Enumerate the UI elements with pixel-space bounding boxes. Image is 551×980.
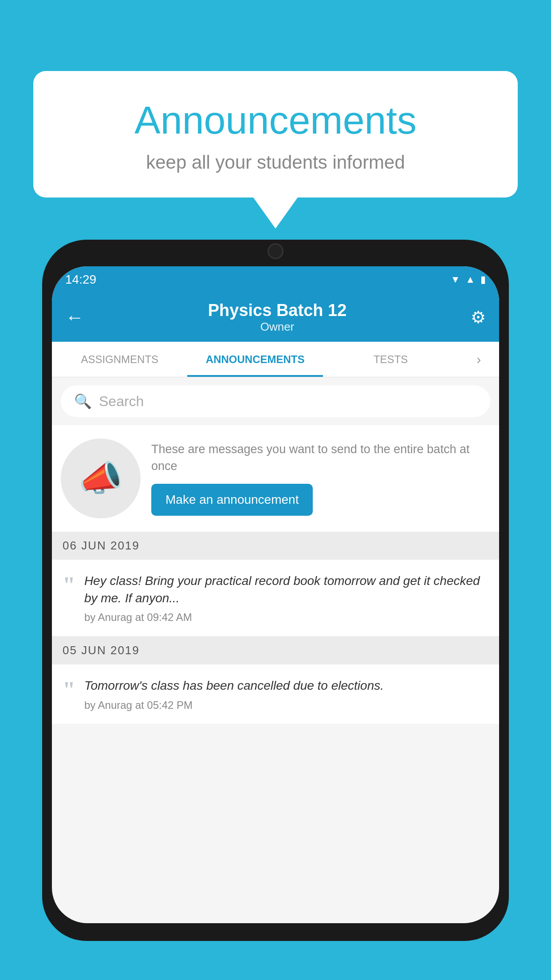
date-separator-1: 06 JUN 2019 bbox=[52, 532, 499, 560]
settings-icon[interactable]: ⚙ bbox=[471, 308, 486, 327]
search-icon: 🔍 bbox=[74, 393, 92, 410]
search-placeholder: Search bbox=[99, 393, 144, 410]
tab-assignments[interactable]: ASSIGNMENTS bbox=[52, 342, 187, 377]
megaphone-icon: 📣 bbox=[79, 458, 123, 499]
announcement-message-1: Hey class! Bring your practical record b… bbox=[84, 572, 488, 607]
speech-bubble-card: Announcements keep all your students inf… bbox=[33, 71, 518, 198]
wifi-icon: ▼ bbox=[450, 274, 460, 285]
speech-bubble-section: Announcements keep all your students inf… bbox=[33, 71, 518, 229]
tab-tests[interactable]: TESTS bbox=[323, 342, 458, 377]
phone-frame: 14:29 ▼ ▲ ▮ ← Physics Batch 12 Owner ⚙ bbox=[42, 240, 509, 941]
announcement-text-2: Tomorrow's class has been cancelled due … bbox=[84, 677, 488, 711]
announcement-meta-2: by Anurag at 05:42 PM bbox=[84, 699, 488, 711]
speech-bubble-arrow bbox=[253, 198, 298, 229]
tab-more[interactable]: › bbox=[458, 342, 499, 377]
status-bar: 14:29 ▼ ▲ ▮ bbox=[52, 266, 499, 293]
announcement-meta-1: by Anurag at 09:42 AM bbox=[84, 611, 488, 624]
phone-screen: 14:29 ▼ ▲ ▮ ← Physics Batch 12 Owner ⚙ bbox=[52, 266, 499, 923]
phone-notch bbox=[231, 240, 320, 264]
app-header: ← Physics Batch 12 Owner ⚙ bbox=[52, 293, 499, 342]
announcement-message-2: Tomorrow's class has been cancelled due … bbox=[84, 677, 488, 694]
announcement-prompt-right: These are messages you want to send to t… bbox=[151, 441, 490, 516]
front-camera bbox=[268, 243, 283, 259]
back-button[interactable]: ← bbox=[65, 307, 84, 328]
quote-icon-2: " bbox=[63, 679, 75, 702]
search-bar[interactable]: 🔍 Search bbox=[61, 385, 490, 417]
tab-bar: ASSIGNMENTS ANNOUNCEMENTS TESTS › bbox=[52, 342, 499, 377]
announcement-icon-circle: 📣 bbox=[61, 439, 141, 518]
announcement-text-1: Hey class! Bring your practical record b… bbox=[84, 572, 488, 624]
status-time: 14:29 bbox=[65, 273, 96, 287]
announcement-description: These are messages you want to send to t… bbox=[151, 441, 490, 475]
header-title-block: Physics Batch 12 Owner bbox=[84, 301, 471, 334]
battery-icon: ▮ bbox=[480, 274, 486, 285]
date-separator-2: 05 JUN 2019 bbox=[52, 636, 499, 664]
announcement-item-1: " Hey class! Bring your practical record… bbox=[52, 560, 499, 636]
batch-title: Physics Batch 12 bbox=[84, 301, 471, 320]
phone-wrapper: 14:29 ▼ ▲ ▮ ← Physics Batch 12 Owner ⚙ bbox=[42, 240, 509, 980]
batch-role: Owner bbox=[84, 320, 471, 334]
announcement-item-2: " Tomorrow's class has been cancelled du… bbox=[52, 664, 499, 724]
announcement-prompt: 📣 These are messages you want to send to… bbox=[52, 425, 499, 532]
status-icons: ▼ ▲ ▮ bbox=[450, 274, 486, 285]
tab-announcements[interactable]: ANNOUNCEMENTS bbox=[187, 342, 323, 377]
signal-icon: ▲ bbox=[465, 274, 475, 285]
content-area: 🔍 Search 📣 These are messages you want t… bbox=[52, 377, 499, 724]
speech-bubble-title: Announcements bbox=[69, 98, 482, 143]
make-announcement-button[interactable]: Make an announcement bbox=[151, 484, 313, 516]
quote-icon-1: " bbox=[63, 574, 75, 597]
speech-bubble-subtitle: keep all your students informed bbox=[69, 152, 482, 173]
